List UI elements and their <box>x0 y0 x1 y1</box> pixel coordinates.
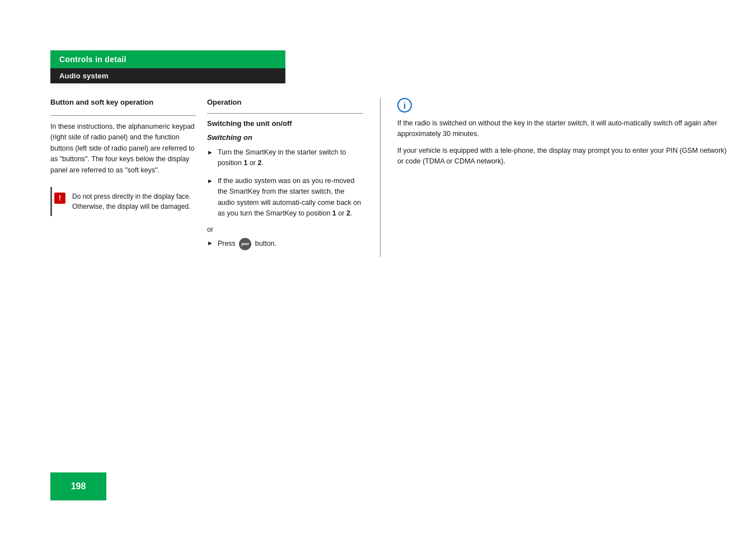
pwr-button-label: pwr <box>241 241 249 247</box>
right-column: i If the radio is switched on without th… <box>381 98 728 257</box>
warning-text: Do not press directly in the display fac… <box>69 191 196 212</box>
bullet1-end: . <box>261 159 263 167</box>
bullet-arrow-1: ► <box>207 148 213 157</box>
bullet-content-1: Turn the SmartKey in the starter switch … <box>218 147 363 169</box>
info-text: If the radio is switched on without the … <box>397 118 728 167</box>
bullet-arrow-2: ► <box>207 176 213 186</box>
operation-title: Operation <box>207 98 363 106</box>
bullet2-num1: 1 <box>332 209 336 217</box>
header-green-label: Controls in detail <box>59 55 126 64</box>
main-content: Button and soft key operation In these i… <box>50 98 728 257</box>
middle-divider <box>207 113 363 114</box>
bullet2-end: . <box>350 209 352 217</box>
left-body-text: In these instructions, the alphanumeric … <box>50 121 196 176</box>
header-banner: Controls in detail Audio system <box>50 50 285 83</box>
or-text: or <box>207 226 363 233</box>
page-number-box: 198 <box>50 472 106 500</box>
bullet-item-1: ► Turn the SmartKey in the starter switc… <box>207 147 363 169</box>
bullet2-num2: 2 <box>346 209 350 217</box>
info-box-wrap: i If the radio is switched on without th… <box>397 98 728 167</box>
header-black-label: Audio system <box>59 72 109 80</box>
info-icon-row: i <box>397 98 728 113</box>
page-container: Controls in detail Audio system Button a… <box>0 0 756 534</box>
bullet-item-3: ► Press pwr button. <box>207 238 363 250</box>
info-paragraph-1: If the radio is switched on without the … <box>397 118 728 140</box>
bullet-content-2: If the audio system was on as you re-mov… <box>218 176 363 219</box>
bullet-arrow-3: ► <box>207 238 213 248</box>
bullet1-num1: 1 <box>243 159 247 167</box>
header-green-bar: Controls in detail <box>50 50 285 68</box>
bullet2-or: or <box>338 209 344 217</box>
bullet1-text: Turn the SmartKey in the starter switch … <box>218 148 346 167</box>
header-black-bar: Audio system <box>50 68 285 83</box>
switching-title: Switching the unit on/off <box>207 119 363 128</box>
switching-on-title: Switching on <box>207 133 363 142</box>
bullet-item-2: ► If the audio system was on as you re-m… <box>207 176 363 219</box>
info-paragraph-2: If your vehicle is equipped with a tele-… <box>397 146 728 167</box>
warning-icon-wrap: ! <box>52 191 69 212</box>
page-number: 198 <box>71 481 86 491</box>
left-column: Button and soft key operation In these i… <box>50 98 207 257</box>
pwr-button-icon: pwr <box>239 238 251 250</box>
warning-icon: ! <box>54 193 65 204</box>
info-icon: i <box>397 98 412 113</box>
left-section-title: Button and soft key operation <box>50 98 196 109</box>
bullet3-prefix: Press <box>218 240 236 248</box>
bullet3-suffix: button. <box>255 240 276 248</box>
bullet1-or: or <box>250 159 256 167</box>
bullet-content-3: Press pwr button. <box>218 238 363 250</box>
warning-box: ! Do not press directly in the display f… <box>50 187 196 216</box>
middle-column: Operation Switching the unit on/off Swit… <box>207 98 381 257</box>
left-divider <box>50 115 196 116</box>
